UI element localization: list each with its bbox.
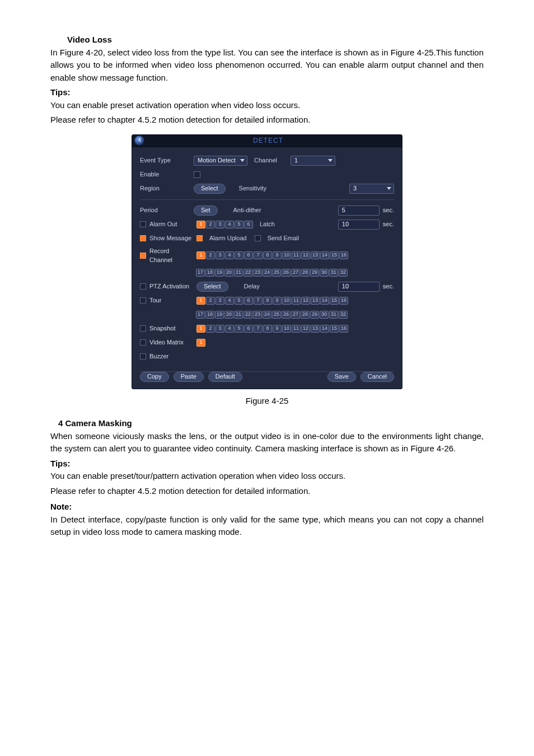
channel-box[interactable]: 8 [263, 251, 272, 259]
channel-box[interactable]: 15 [330, 325, 339, 333]
channel-box[interactable]: 29 [310, 311, 319, 319]
channel-box[interactable]: 11 [292, 297, 301, 305]
channel-box[interactable]: 32 [339, 311, 348, 319]
channel-box[interactable]: 15 [330, 297, 339, 305]
channel-box[interactable]: 9 [273, 297, 282, 305]
alarm-upload-checkbox[interactable] [196, 235, 203, 241]
channel-box[interactable]: 6 [244, 251, 253, 259]
channel-box[interactable]: 7 [254, 297, 263, 305]
channel-box[interactable]: 3 [216, 297, 224, 305]
delay-input[interactable]: 10 [338, 282, 380, 292]
channel-box[interactable]: 5 [235, 325, 243, 333]
channel-box[interactable]: 28 [301, 311, 310, 319]
channel-box[interactable]: 2 [206, 221, 215, 228]
paste-button[interactable]: Paste [174, 372, 204, 382]
channel-box[interactable]: 9 [273, 325, 282, 333]
channel-box[interactable]: 12 [301, 325, 310, 333]
channel-box[interactable]: 8 [263, 325, 272, 333]
channel-box[interactable]: 27 [291, 311, 300, 319]
channel-box[interactable]: 25 [272, 269, 281, 277]
enable-checkbox[interactable] [194, 171, 200, 178]
channel-box[interactable]: 5 [235, 297, 243, 305]
channel-box[interactable]: 6 [244, 325, 253, 333]
channel-box[interactable]: 1 [196, 325, 205, 333]
save-button[interactable]: Save [327, 372, 356, 382]
channel-box[interactable]: 12 [301, 251, 310, 259]
channel-box[interactable]: 11 [292, 251, 301, 259]
channel-box[interactable]: 11 [292, 325, 301, 333]
channel-box[interactable]: 16 [339, 251, 348, 259]
channel-box[interactable]: 2 [206, 325, 215, 333]
channel-box[interactable]: 16 [339, 297, 348, 305]
channel-box[interactable]: 14 [320, 325, 329, 333]
channel-box[interactable]: 15 [330, 251, 339, 259]
channel-box[interactable]: 18 [205, 311, 214, 319]
channel-box[interactable]: 28 [301, 269, 310, 277]
ptz-select-button[interactable]: Select [196, 282, 228, 292]
video-matrix-checkbox[interactable] [140, 339, 146, 346]
record-channel-checkbox[interactable] [140, 253, 146, 259]
channel-box[interactable]: 21 [234, 269, 243, 277]
channel-box[interactable]: 22 [243, 269, 252, 277]
channel-box[interactable]: 30 [320, 269, 329, 277]
channel-box[interactable]: 19 [215, 311, 224, 319]
channel-box[interactable]: 10 [282, 325, 291, 333]
channel-box[interactable]: 9 [273, 251, 282, 259]
region-select-button[interactable]: Select [194, 184, 226, 194]
channel-box[interactable]: 14 [320, 251, 329, 259]
channel-box[interactable]: 26 [282, 269, 291, 277]
default-button[interactable]: Default [208, 372, 242, 382]
channel-box[interactable]: 20 [224, 269, 233, 277]
anti-dither-input[interactable]: 5 [338, 206, 380, 216]
channel-box[interactable]: 14 [320, 297, 329, 305]
channel-box[interactable]: 3 [216, 251, 224, 259]
channel-box[interactable]: 5 [235, 221, 243, 228]
channel-box[interactable]: 17 [196, 311, 205, 319]
channel-box[interactable]: 12 [301, 297, 310, 305]
sensitivity-select[interactable]: 3 [349, 184, 394, 194]
buzzer-checkbox[interactable] [140, 353, 146, 360]
period-set-button[interactable]: Set [194, 206, 218, 216]
channel-box[interactable]: 3 [216, 221, 224, 228]
channel-box[interactable]: 18 [205, 269, 214, 277]
channel-box[interactable]: 4 [225, 297, 234, 305]
channel-box[interactable]: 6 [244, 221, 253, 228]
channel-box[interactable]: 1 [196, 297, 205, 305]
channel-box[interactable]: 6 [244, 297, 253, 305]
channel-box[interactable]: 24 [263, 311, 271, 319]
channel-box[interactable]: 30 [320, 311, 329, 319]
channel-box[interactable]: 3 [216, 325, 224, 333]
show-message-checkbox[interactable] [140, 235, 146, 241]
channel-box[interactable]: 19 [215, 269, 224, 277]
channel-box[interactable]: 4 [225, 221, 234, 228]
channel-box[interactable]: 23 [253, 311, 262, 319]
channel-box[interactable]: 7 [254, 325, 263, 333]
channel-box[interactable]: 24 [263, 269, 271, 277]
channel-box[interactable]: 13 [311, 251, 320, 259]
cancel-button[interactable]: Cancel [360, 372, 394, 382]
channel-box[interactable]: 22 [243, 311, 252, 319]
channel-box[interactable]: 23 [253, 269, 262, 277]
channel-box[interactable]: 8 [263, 297, 272, 305]
channel-box[interactable]: 4 [225, 325, 234, 333]
channel-box[interactable]: 2 [206, 297, 215, 305]
event-type-select[interactable]: Motion Detect [194, 156, 247, 166]
channel-box[interactable]: 1 [196, 251, 205, 259]
channel-box[interactable]: 26 [282, 311, 291, 319]
channel-box[interactable]: 27 [291, 269, 300, 277]
channel-box[interactable]: 1 [196, 221, 205, 228]
ptz-activation-checkbox[interactable] [140, 283, 146, 290]
send-email-checkbox[interactable] [255, 235, 261, 241]
latch-input[interactable]: 10 [338, 220, 380, 230]
channel-box[interactable]: 7 [254, 251, 263, 259]
channel-box[interactable]: 4 [225, 251, 234, 259]
channel-box[interactable]: 29 [310, 269, 319, 277]
channel-box[interactable]: 2 [206, 251, 215, 259]
channel-box[interactable]: 32 [339, 269, 348, 277]
channel-box[interactable]: 13 [311, 325, 320, 333]
channel-box[interactable]: 10 [282, 251, 291, 259]
channel-box[interactable]: 17 [196, 269, 205, 277]
alarm-out-checkbox[interactable] [140, 221, 146, 227]
channel-box[interactable]: 1 [196, 339, 205, 347]
channel-box[interactable]: 13 [311, 297, 320, 305]
